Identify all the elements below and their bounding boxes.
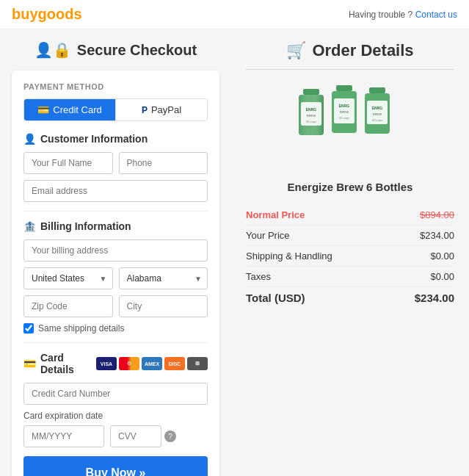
price-row: Your Price$234.00 bbox=[246, 226, 454, 246]
svg-text:60 caps: 60 caps bbox=[372, 118, 382, 122]
card-icon: 💳 bbox=[23, 358, 36, 369]
tab-credit-card[interactable]: 💳 Credit Card bbox=[24, 99, 115, 120]
product-name: Energize Brew 6 Bottles bbox=[246, 181, 454, 193]
svg-text:ENRG: ENRG bbox=[339, 104, 350, 108]
product-image: ENRG BREW 60 caps ENRG BREW 60 caps bbox=[246, 82, 454, 172]
price-row: Taxes$0.00 bbox=[246, 267, 454, 287]
expiry-input[interactable] bbox=[23, 425, 104, 447]
cvv-help-icon[interactable]: ? bbox=[164, 430, 176, 442]
price-label: Your Price bbox=[246, 230, 290, 241]
price-value: $234.00 bbox=[415, 292, 454, 304]
state-wrapper: Alabama ▼ bbox=[119, 267, 208, 289]
trouble-text: Having trouble ? bbox=[349, 10, 412, 20]
expiry-cvv-row: ? bbox=[23, 425, 208, 447]
logo: buygoods bbox=[12, 6, 82, 23]
product-bottles-svg: ENRG BREW 60 caps ENRG BREW 60 caps bbox=[277, 82, 423, 170]
svg-text:BREW: BREW bbox=[307, 114, 316, 118]
divider-1 bbox=[23, 211, 208, 212]
tab-paypal[interactable]: P PayPal bbox=[115, 99, 207, 120]
payment-method-label: PAYMENT METHOD bbox=[23, 82, 208, 91]
cart-icon: 🛒 bbox=[286, 41, 306, 60]
right-panel: 🛒 Order Details ENRG BREW 60 caps bbox=[231, 29, 469, 476]
header-right: Having trouble ? Contact us bbox=[349, 10, 457, 20]
price-row: Total (USD)$234.00 bbox=[246, 287, 454, 309]
svg-text:BREW: BREW bbox=[373, 112, 382, 116]
logo-text: buygoods bbox=[12, 6, 82, 22]
svg-text:60 caps: 60 caps bbox=[306, 120, 316, 123]
divider-2 bbox=[23, 342, 208, 343]
card-details-header: 💳 Card Details VISA ⊙ AMEX DISC ⊞ bbox=[23, 352, 208, 375]
credit-card-icon: 💳 bbox=[37, 104, 49, 115]
city-input[interactable] bbox=[119, 295, 208, 317]
buy-now-button[interactable]: Buy Now » bbox=[23, 456, 208, 476]
price-label: Taxes bbox=[246, 271, 271, 282]
phone-input[interactable] bbox=[119, 152, 208, 174]
price-value: $234.00 bbox=[420, 230, 454, 241]
price-value: $894.00 bbox=[420, 209, 454, 220]
svg-rect-0 bbox=[303, 89, 319, 95]
email-row bbox=[23, 180, 208, 202]
left-panel: 👤🔒 Secure Checkout PAYMENT METHOD 💳 Cred… bbox=[0, 29, 231, 476]
email-input[interactable] bbox=[23, 180, 208, 202]
state-select[interactable]: Alabama bbox=[119, 267, 208, 289]
zip-city-row bbox=[23, 295, 208, 317]
full-name-input[interactable] bbox=[23, 152, 113, 174]
svg-text:60 caps: 60 caps bbox=[339, 116, 349, 120]
card-number-input[interactable] bbox=[23, 383, 208, 405]
mastercard-icon: ⊙ bbox=[119, 357, 139, 370]
expiry-label: Card expiration date bbox=[23, 411, 208, 421]
billing-info-header: 🏦 Billing Information bbox=[23, 220, 208, 232]
price-label: Total (USD) bbox=[246, 292, 305, 304]
visa-icon: VISA bbox=[96, 357, 117, 370]
person-icon: 👤 bbox=[23, 133, 36, 145]
price-label: Normal Price bbox=[246, 209, 305, 220]
order-title: 🛒 Order Details bbox=[246, 41, 454, 60]
zip-input[interactable] bbox=[23, 295, 113, 317]
address-row bbox=[23, 239, 208, 262]
checkout-icon: 👤🔒 bbox=[34, 41, 71, 59]
cvv-input[interactable] bbox=[110, 425, 161, 447]
same-shipping-row: Same shipping details bbox=[23, 323, 208, 333]
price-value: $0.00 bbox=[430, 250, 454, 262]
contact-link[interactable]: Contact us bbox=[415, 10, 457, 20]
checkout-title: 👤🔒 Secure Checkout bbox=[12, 41, 219, 59]
same-shipping-checkbox[interactable] bbox=[23, 323, 34, 333]
card-icons: VISA ⊙ AMEX DISC ⊞ bbox=[96, 357, 208, 370]
billing-icon: 🏦 bbox=[23, 220, 36, 232]
price-label: Shipping & Handling bbox=[246, 250, 332, 262]
svg-rect-13 bbox=[369, 87, 385, 93]
paypal-icon: P bbox=[142, 105, 148, 115]
card-section-heading: 💳 Card Details bbox=[23, 352, 96, 375]
same-shipping-label: Same shipping details bbox=[38, 323, 124, 333]
card-number-row bbox=[23, 383, 208, 405]
svg-text:BREW: BREW bbox=[340, 110, 349, 114]
price-row: Normal Price$894.00 bbox=[246, 205, 454, 226]
svg-rect-7 bbox=[336, 85, 352, 91]
order-divider bbox=[246, 69, 454, 70]
address-input[interactable] bbox=[23, 239, 208, 262]
amex-icon: AMEX bbox=[142, 357, 162, 370]
svg-text:ENRG: ENRG bbox=[306, 107, 317, 112]
price-rows: Normal Price$894.00Your Price$234.00Ship… bbox=[246, 205, 454, 309]
payment-tabs: 💳 Credit Card P PayPal bbox=[23, 98, 208, 121]
country-select[interactable]: United States bbox=[23, 267, 113, 289]
other-card-icon: ⊞ bbox=[187, 357, 208, 370]
country-wrapper: United States ▼ bbox=[23, 267, 113, 289]
price-value: $0.00 bbox=[430, 271, 454, 282]
customer-info-header: 👤 Customer Information bbox=[23, 133, 208, 145]
country-state-row: United States ▼ Alabama ▼ bbox=[23, 267, 208, 289]
discover-icon: DISC bbox=[164, 357, 185, 370]
header: buygoods Having trouble ? Contact us bbox=[0, 0, 469, 29]
name-phone-row bbox=[23, 152, 208, 174]
main-layout: 👤🔒 Secure Checkout PAYMENT METHOD 💳 Cred… bbox=[0, 29, 469, 476]
price-row: Shipping & Handling$0.00 bbox=[246, 246, 454, 267]
svg-text:ENRG: ENRG bbox=[372, 106, 383, 110]
checkout-form: PAYMENT METHOD 💳 Credit Card P PayPal 👤 … bbox=[12, 71, 219, 476]
cvv-wrapper: ? bbox=[110, 425, 176, 447]
